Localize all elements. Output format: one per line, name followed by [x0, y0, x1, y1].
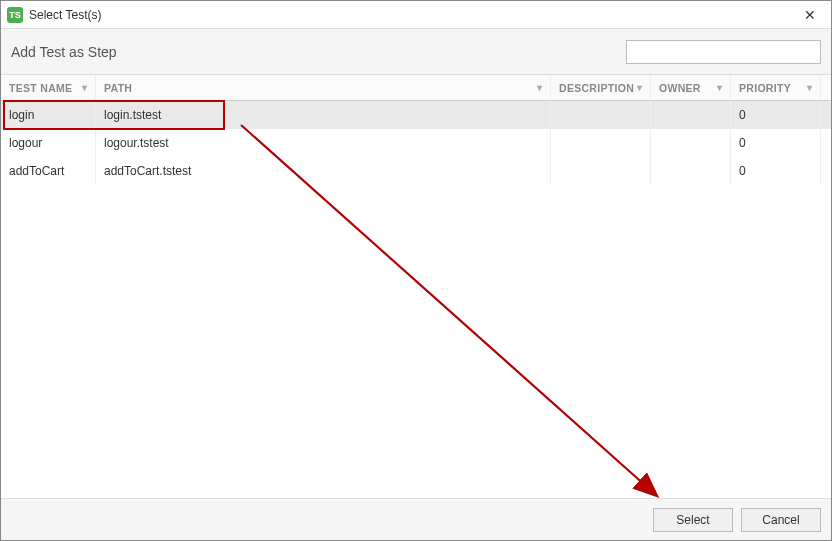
cell-description	[551, 157, 651, 185]
cell-priority: 0	[731, 101, 821, 129]
subheader: Add Test as Step	[1, 29, 831, 75]
cell-priority: 0	[731, 157, 821, 185]
grid: TEST NAME ▾ PATH ▾ DESCRIPTION ▾ OWNER ▾…	[1, 75, 831, 498]
table-row[interactable]: addToCartaddToCart.tstest0	[1, 157, 831, 185]
column-header-priority[interactable]: PRIORITY ▾	[731, 75, 821, 100]
close-icon[interactable]: ✕	[795, 7, 825, 23]
cell-path: addToCart.tstest	[96, 157, 551, 185]
cell-name: login	[1, 101, 96, 129]
table-row[interactable]: loginlogin.tstest0	[1, 101, 831, 129]
cell-description	[551, 129, 651, 157]
filter-icon[interactable]: ▾	[717, 82, 722, 93]
cell-description	[551, 101, 651, 129]
search-input[interactable]	[626, 40, 821, 64]
app-icon: TS	[7, 7, 23, 23]
filter-icon[interactable]: ▾	[807, 82, 812, 93]
cell-priority: 0	[731, 129, 821, 157]
subheader-label: Add Test as Step	[11, 44, 117, 60]
titlebar: TS Select Test(s) ✕	[1, 1, 831, 29]
filter-icon[interactable]: ▾	[637, 82, 642, 93]
dialog-window: TS Select Test(s) ✕ Add Test as Step TES…	[0, 0, 832, 541]
column-header-priority-label: PRIORITY	[739, 82, 791, 94]
column-header-path-label: PATH	[104, 82, 132, 94]
select-button[interactable]: Select	[653, 508, 733, 532]
table-row[interactable]: logourlogour.tstest0	[1, 129, 831, 157]
filter-icon[interactable]: ▾	[537, 82, 542, 93]
column-header-name[interactable]: TEST NAME ▾	[1, 75, 96, 100]
window-title: Select Test(s)	[29, 8, 795, 22]
cell-owner	[651, 157, 731, 185]
column-header-owner[interactable]: OWNER ▾	[651, 75, 731, 100]
column-header-description-label: DESCRIPTION	[559, 82, 634, 94]
filter-icon[interactable]: ▾	[82, 82, 87, 93]
grid-body: loginlogin.tstest0logourlogour.tstest0ad…	[1, 101, 831, 185]
cell-name: addToCart	[1, 157, 96, 185]
cell-owner	[651, 129, 731, 157]
dialog-footer: Select Cancel	[1, 498, 831, 540]
column-header-owner-label: OWNER	[659, 82, 701, 94]
cancel-button[interactable]: Cancel	[741, 508, 821, 532]
cell-path: login.tstest	[96, 101, 551, 129]
column-header-name-label: TEST NAME	[9, 82, 72, 94]
cell-path: logour.tstest	[96, 129, 551, 157]
grid-header: TEST NAME ▾ PATH ▾ DESCRIPTION ▾ OWNER ▾…	[1, 75, 831, 101]
cell-name: logour	[1, 129, 96, 157]
column-header-description[interactable]: DESCRIPTION ▾	[551, 75, 651, 100]
column-header-path[interactable]: PATH ▾	[96, 75, 551, 100]
cell-owner	[651, 101, 731, 129]
